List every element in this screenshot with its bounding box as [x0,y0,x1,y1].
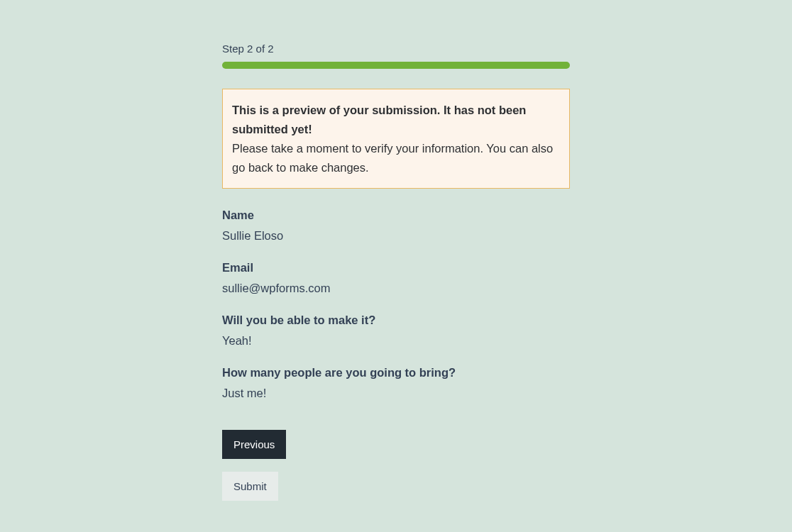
notice-title: This is a preview of your submission. It… [232,101,560,139]
button-group: Previous Submit [222,430,570,501]
field-value: Yeah! [222,334,570,348]
field-label: How many people are you going to bring? [222,366,570,379]
field-value: sullie@wpforms.com [222,282,570,295]
field-value: Sullie Eloso [222,229,570,243]
field-label: Email [222,261,570,275]
field-label: Will you be able to make it? [222,314,570,327]
field-email: Email sullie@wpforms.com [222,261,570,295]
field-name: Name Sullie Eloso [222,209,570,243]
field-people-count: How many people are you going to bring? … [222,366,570,400]
preview-notice: This is a preview of your submission. It… [222,89,570,189]
field-label: Name [222,209,570,222]
previous-button[interactable]: Previous [222,430,286,459]
field-value: Just me! [222,387,570,400]
step-indicator: Step 2 of 2 [222,43,570,55]
progress-bar [222,62,570,69]
field-attendance: Will you be able to make it? Yeah! [222,314,570,348]
notice-text: Please take a moment to verify your info… [232,139,560,177]
form-preview-container: Step 2 of 2 This is a preview of your su… [222,43,570,501]
submit-button[interactable]: Submit [222,472,278,501]
